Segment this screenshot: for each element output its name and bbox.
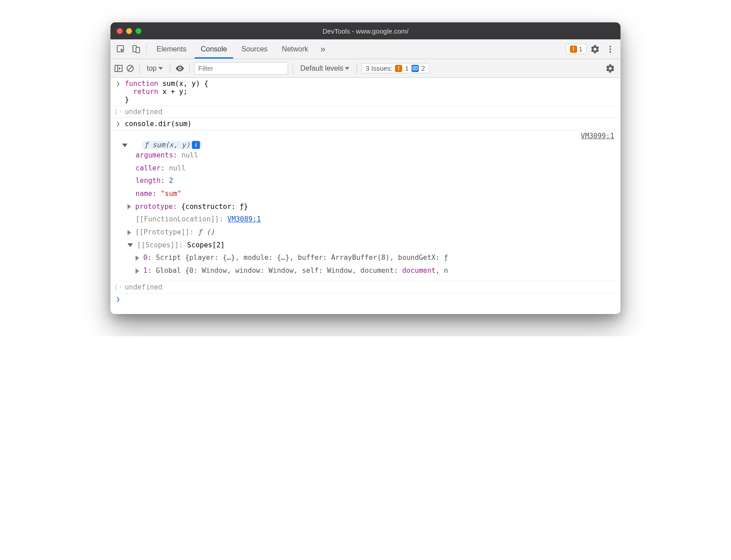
expand-toggle-icon[interactable] (136, 255, 139, 261)
prop-key: 0 (143, 254, 147, 262)
function-signature: ƒ sum(x, y) (144, 141, 190, 149)
object-header[interactable]: ƒ sum(x, y) i (142, 141, 202, 149)
divider (139, 63, 140, 74)
output-chevron-icon: ⟨· (114, 283, 122, 291)
divider (170, 63, 170, 74)
chevron-down-icon (158, 67, 163, 70)
console-input-row: ❯ function sum(x, y) { return x + y; } (110, 78, 620, 106)
svg-point-10 (179, 68, 181, 69)
prop-value[interactable]: Scopes[2] (187, 241, 225, 249)
info-icon[interactable]: i (192, 141, 200, 149)
console-prompt-row[interactable]: ❯ (110, 293, 620, 314)
issues-label: 3 Issues: (366, 64, 392, 72)
prop-key: arguments: (136, 151, 177, 159)
close-button[interactable] (117, 28, 123, 34)
prop-key: 1 (143, 267, 147, 275)
prop-key: caller: (136, 164, 165, 172)
more-tabs-icon[interactable]: » (316, 42, 330, 56)
minimize-button[interactable] (126, 28, 132, 34)
prop-value: null (182, 151, 198, 159)
devtools-window: DevTools - www.google.com/ Elements Cons… (110, 22, 620, 314)
prop-value[interactable]: : Script {player: {…}, module: {…}, buff… (148, 254, 448, 262)
chevron-down-icon (345, 67, 349, 70)
info-icon (412, 65, 419, 72)
console-input-row: ❯ console.dir(sum) (110, 118, 620, 130)
prop-value[interactable]: : Global {0: Window, window: Window, sel… (148, 267, 402, 275)
prop-key: [[Scopes]]: (137, 241, 183, 249)
issues-summary[interactable]: 3 Issues: ! 1 2 (361, 63, 429, 73)
tab-sources[interactable]: Sources (235, 39, 274, 59)
svg-rect-11 (413, 67, 417, 70)
output-chevron-icon: ⟨· (114, 108, 122, 116)
expand-toggle-icon[interactable] (136, 268, 139, 274)
prop-key: prototype: (135, 203, 177, 211)
traffic-lights (117, 28, 141, 34)
prop-value: null (169, 164, 186, 172)
prop-key: length: (136, 177, 165, 185)
svg-point-3 (609, 46, 611, 47)
context-selector[interactable]: top (144, 64, 166, 73)
console-code: console.dir(sum) (125, 120, 191, 128)
console-toolbar: top Default levels 3 Issues: ! 1 2 (110, 59, 620, 78)
main-tabbar: Elements Console Sources Network » ! 1 (110, 39, 620, 59)
svg-rect-6 (115, 65, 122, 72)
tab-network[interactable]: Network (276, 39, 314, 59)
console-output: undefined (125, 283, 162, 291)
console-prompt-input[interactable] (125, 295, 616, 303)
live-expression-icon[interactable] (175, 64, 185, 73)
expand-toggle-icon[interactable] (128, 230, 131, 235)
prop-value[interactable]: {constructor: ƒ} (181, 203, 248, 211)
zoom-button[interactable] (136, 28, 141, 34)
divider (357, 63, 357, 74)
expand-toggle-icon[interactable] (128, 243, 133, 247)
device-toolbar-icon[interactable] (129, 42, 143, 56)
function-location-link[interactable]: VM3089:1 (227, 215, 261, 223)
console-output: undefined (125, 108, 162, 116)
input-chevron-icon: ❯ (114, 120, 122, 128)
levels-label: Default levels (300, 64, 343, 72)
svg-line-9 (128, 66, 132, 71)
console-output-row: ⟨· undefined (110, 106, 620, 118)
issues-count: 1 (579, 45, 582, 53)
titlebar: DevTools - www.google.com/ (110, 22, 620, 39)
prompt-chevron-icon: ❯ (114, 295, 122, 303)
issues-warn-count: 1 (405, 64, 408, 72)
svg-point-5 (609, 51, 611, 53)
filter-input[interactable] (194, 62, 288, 75)
prop-value: , n (436, 267, 448, 275)
divider (146, 44, 147, 55)
warning-icon: ! (570, 46, 577, 53)
log-levels-selector[interactable]: Default levels (298, 64, 352, 73)
divider (189, 63, 190, 74)
console-output-row: ⟨· undefined (110, 281, 620, 293)
window-title: DevTools - www.google.com/ (110, 27, 620, 35)
issues-indicator[interactable]: ! 1 (566, 44, 586, 54)
svg-point-4 (609, 48, 611, 50)
prop-value: "sum" (161, 190, 182, 198)
context-label: top (147, 64, 157, 72)
clear-console-icon[interactable] (126, 64, 135, 73)
kebab-menu-icon[interactable] (604, 42, 617, 56)
prop-key: name: (136, 190, 157, 198)
warning-icon: ! (395, 65, 402, 72)
tab-elements[interactable]: Elements (150, 39, 193, 59)
console-settings-icon[interactable] (604, 62, 617, 75)
toggle-sidebar-icon[interactable] (114, 64, 123, 73)
prop-value: 2 (169, 177, 173, 185)
divider (293, 63, 293, 74)
object-properties: arguments: null caller: null length: 2 n… (136, 149, 616, 277)
svg-rect-2 (136, 47, 140, 53)
prop-value[interactable]: ƒ () (198, 228, 214, 236)
tab-console[interactable]: Console (195, 39, 234, 59)
settings-icon[interactable] (588, 42, 602, 56)
expand-toggle-icon[interactable] (128, 204, 131, 209)
source-link[interactable]: VM3099:1 (581, 132, 616, 140)
inspect-element-icon[interactable] (114, 42, 128, 56)
prop-value: document (402, 267, 436, 275)
prop-key: [[FunctionLocation]]: (136, 215, 223, 223)
expand-toggle-icon[interactable] (122, 144, 128, 147)
issues-info-count: 2 (421, 64, 425, 72)
input-chevron-icon: ❯ (114, 80, 122, 88)
console-code: function sum(x, y) { return x + y; } (125, 80, 208, 104)
prop-key: [[Prototype]]: (135, 228, 194, 236)
